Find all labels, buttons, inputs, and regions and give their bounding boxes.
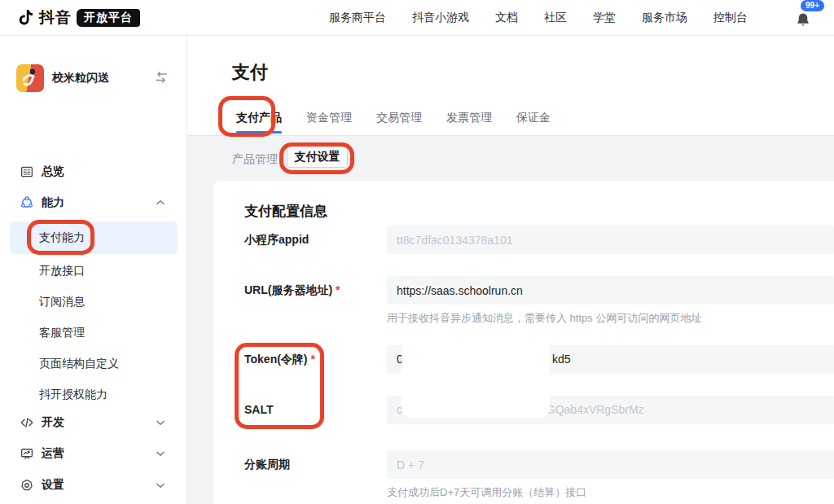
sidebar: 校米粒闪送 总览 能力 <box>0 36 187 504</box>
gear-icon <box>20 478 34 493</box>
salt-value-end: 0GQab4xVRgSbrMz <box>540 396 644 424</box>
main-header: 支付 支付产品 资金管理 交易管理 发票管理 保证金 <box>187 36 834 136</box>
nav-service-market[interactable]: 服务市场 <box>642 11 687 25</box>
top-navigation: 服务商平台 抖音小游戏 文档 社区 学堂 服务市场 控制台 99+ <box>329 8 818 28</box>
sidebar-item-label: 抖开授权能力 <box>39 388 108 402</box>
sidebar-item-label: 运营 <box>42 446 64 461</box>
sidebar-item-overview[interactable]: 总览 <box>0 160 187 184</box>
nav-mini-games[interactable]: 抖音小游戏 <box>412 11 469 25</box>
chevron-down-icon <box>155 448 166 459</box>
sidebar-item-payment-capability[interactable]: 支付能力 <box>10 221 178 254</box>
url-input[interactable] <box>387 276 834 305</box>
subtab-payment-settings[interactable]: 支付设置 <box>287 146 348 168</box>
tab-bar: 支付产品 资金管理 交易管理 发票管理 保证金 <box>236 105 551 135</box>
subtab-product-management[interactable]: 产品管理 <box>232 148 278 169</box>
nav-docs[interactable]: 文档 <box>495 11 518 25</box>
code-icon <box>20 415 34 430</box>
sidebar-item-capability[interactable]: 能力 <box>0 191 187 215</box>
douyin-open-platform-page: 抖音 开放平台 服务商平台 抖音小游戏 文档 社区 学堂 服务市场 控制台 99… <box>0 0 834 504</box>
nav-service-provider[interactable]: 服务商平台 <box>329 11 386 25</box>
runner-avatar-icon <box>19 67 42 90</box>
label-text: 小程序appid <box>244 233 309 246</box>
workspace-avatar[interactable] <box>16 64 44 92</box>
chevron-down-icon <box>155 417 166 428</box>
sidebar-item-label: 支付能力 <box>39 230 85 245</box>
workspace-switcher: 校米粒闪送 <box>0 60 187 96</box>
label-text: URL(服务器地址) <box>244 283 332 296</box>
tab-invoice-management[interactable]: 发票管理 <box>446 105 492 135</box>
token-value-end: kd5 <box>552 345 571 374</box>
field-label-salt: SALT <box>244 396 274 424</box>
sidebar-item-label: 订阅消息 <box>39 295 85 309</box>
sidebar-item-develop[interactable]: 开发 <box>0 410 187 435</box>
sidebar-item-douyin-auth[interactable]: 抖开授权能力 <box>0 383 187 407</box>
subtab-bar: 产品管理 支付设置 <box>187 142 834 175</box>
tab-funds-management[interactable]: 资金管理 <box>306 105 352 135</box>
bell-icon <box>795 11 811 28</box>
payment-config-card: 支付配置信息 小程序appid URL(服务器地址)* 用于接收抖音异步通知消息… <box>213 181 834 504</box>
secret-redaction-overlay <box>402 340 550 418</box>
sidebar-item-open-api[interactable]: 开放接口 <box>0 259 187 283</box>
tab-label: 交易管理 <box>376 111 422 124</box>
sidebar-item-operate[interactable]: 运营 <box>0 441 187 466</box>
sidebar-item-label: 开发 <box>42 415 64 430</box>
nav-community[interactable]: 社区 <box>544 11 567 25</box>
sidebar-item-label: 能力 <box>42 195 64 210</box>
sidebar-item-settings[interactable]: 设置 <box>0 473 187 497</box>
tab-label: 资金管理 <box>306 111 352 124</box>
main-content: 支付 支付产品 资金管理 交易管理 发票管理 保证金 <box>187 36 834 504</box>
switch-workspace-icon[interactable] <box>153 70 169 86</box>
label-text: 分账周期 <box>244 458 290 471</box>
sidebar-item-subscribe-message[interactable]: 订阅消息 <box>0 290 187 314</box>
sidebar-item-customer-service[interactable]: 客服管理 <box>0 321 187 345</box>
nav-console[interactable]: 控制台 <box>713 11 748 25</box>
workspace-name: 校米粒闪送 <box>52 71 109 85</box>
sidebar-item-label: 客服管理 <box>39 326 85 340</box>
tab-label: 支付产品 <box>236 111 282 124</box>
active-tab-underline <box>236 131 282 134</box>
brand-logo[interactable]: 抖音 开放平台 <box>15 7 140 28</box>
sidebar-item-label: 开放接口 <box>39 264 85 278</box>
sidebar-item-page-structure[interactable]: 页面结构自定义 <box>0 352 187 376</box>
settlement-cycle-input <box>387 450 834 479</box>
brand-badge: 开放平台 <box>77 9 140 27</box>
capability-icon <box>20 195 34 210</box>
presentation-icon <box>20 446 34 461</box>
brand-name: 抖音 <box>39 7 72 28</box>
notification-bell[interactable]: 99+ <box>795 8 813 28</box>
settlement-cycle-hint: 支付成功后D+7天可调用分账（结算）接口 <box>387 485 586 500</box>
tab-label: 保证金 <box>516 111 551 124</box>
field-label-url: URL(服务器地址)* <box>244 276 340 305</box>
notification-count-badge: 99+ <box>801 0 824 11</box>
field-label-appid: 小程序appid <box>244 226 309 254</box>
tab-transaction-management[interactable]: 交易管理 <box>376 105 422 135</box>
chevron-down-icon <box>155 480 166 491</box>
page-title: 支付 <box>232 60 268 85</box>
card-title: 支付配置信息 <box>244 202 327 221</box>
tab-payment-products[interactable]: 支付产品 <box>236 105 282 135</box>
music-note-icon <box>15 8 34 28</box>
field-label-settlement-cycle: 分账周期 <box>244 450 290 479</box>
tab-deposit[interactable]: 保证金 <box>516 105 551 135</box>
label-text: SALT <box>244 403 274 416</box>
required-asterisk: * <box>336 283 340 296</box>
nav-academy[interactable]: 学堂 <box>593 11 616 25</box>
required-asterisk: * <box>311 353 315 366</box>
sidebar-item-label: 总览 <box>42 164 64 179</box>
sidebar-item-label: 设置 <box>42 478 64 493</box>
url-hint: 用于接收抖音异步通知消息，需要传入 https 公网可访问的网页地址 <box>387 311 701 326</box>
topbar: 抖音 开放平台 服务商平台 抖音小游戏 文档 社区 学堂 服务市场 控制台 99… <box>0 0 834 36</box>
sidebar-item-label: 页面结构自定义 <box>39 357 119 371</box>
appid-input <box>387 226 834 254</box>
label-text: Token(令牌) <box>244 353 308 366</box>
field-label-token: Token(令牌)* <box>244 345 315 374</box>
tab-label: 发票管理 <box>446 111 492 124</box>
overview-icon <box>20 164 34 179</box>
chevron-up-icon <box>155 197 166 208</box>
